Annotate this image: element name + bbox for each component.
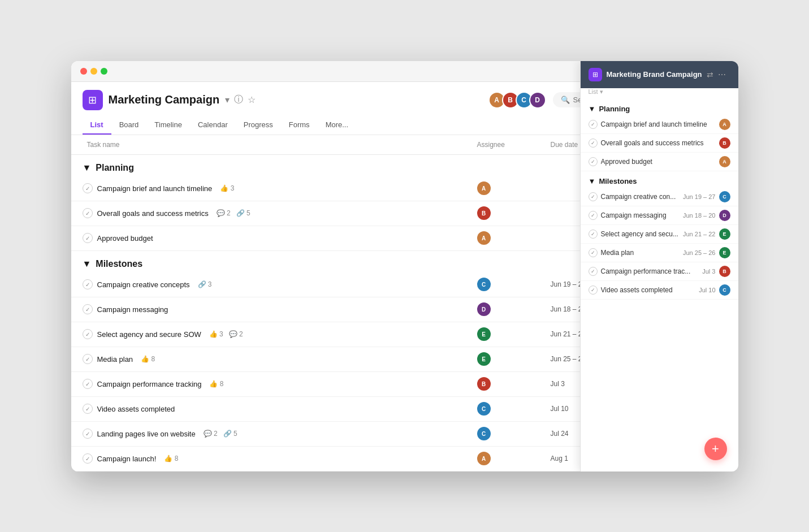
list-item: ✓ Campaign messaging Jun 18 – 20 D xyxy=(581,206,738,225)
panel-milestones-arrow: ▼ xyxy=(589,177,596,185)
panel-assignee-avatar: E xyxy=(719,228,730,240)
task-check-icon[interactable]: ✓ xyxy=(83,379,93,389)
panel-title: Marketing Brand Campaign xyxy=(607,70,702,79)
tab-progress[interactable]: Progress xyxy=(236,116,281,135)
panel-milestones-title: Milestones xyxy=(599,177,637,185)
panel-section-milestones[interactable]: ▼ Milestones xyxy=(581,171,738,188)
task-check-icon[interactable]: ✓ xyxy=(83,208,93,218)
panel-task-name: Campaign brief and launch timeline xyxy=(601,120,716,128)
panel-title-group: Marketing Brand Campaign xyxy=(607,70,702,79)
tab-timeline[interactable]: Timeline xyxy=(146,116,190,135)
task-name: Landing pages live on website xyxy=(97,430,196,438)
maximize-btn[interactable] xyxy=(101,68,107,75)
planning-collapse-icon: ▼ xyxy=(83,163,92,173)
tab-calendar[interactable]: Calendar xyxy=(190,116,236,135)
panel-settings-icon[interactable]: ⇄ xyxy=(707,70,713,79)
task-meta: 👍 8 xyxy=(164,455,178,462)
task-check-icon[interactable]: ✓ xyxy=(83,329,93,339)
meta-likes: 👍 8 xyxy=(209,380,223,388)
task-check-icon[interactable]: ✓ xyxy=(83,304,93,314)
task-name-cell: ✓ Overall goals and success metrics 💬 2 … xyxy=(83,205,473,222)
panel-task-date: Jul 10 xyxy=(699,287,715,293)
panel-task-date: Jun 25 – 26 xyxy=(683,249,716,256)
task-name: Campaign brief and launch timeline xyxy=(97,184,213,193)
task-check-icon[interactable]: ✓ xyxy=(83,183,93,193)
milestones-title: Milestones xyxy=(96,259,142,269)
list-item: ✓ Approved budget A xyxy=(581,153,738,171)
task-check-icon[interactable]: ✓ xyxy=(83,404,93,414)
assignee-avatar: B xyxy=(477,206,491,220)
task-check-icon[interactable]: ✓ xyxy=(83,429,93,439)
assignee-avatar: B xyxy=(477,377,491,391)
assignee-cell: A xyxy=(473,178,546,198)
list-item: ✓ Campaign creative con... Jun 19 – 27 C xyxy=(581,188,738,206)
task-check-icon[interactable]: ✓ xyxy=(83,354,93,364)
task-check-icon[interactable]: ✓ xyxy=(83,453,93,464)
side-panel: ⊞ Marketing Brand Campaign ⇄ ⋯ List ▾ ▼ … xyxy=(580,61,738,472)
list-item: ✓ Media plan Jun 25 – 26 E xyxy=(581,244,738,262)
task-meta: 👍 8 xyxy=(209,380,223,388)
info-icon[interactable]: ⓘ xyxy=(234,94,243,106)
panel-task-date: Jun 21 – 22 xyxy=(683,231,716,237)
assignee-cell: B xyxy=(473,203,546,223)
panel-task-name: Video assets completed xyxy=(601,286,696,294)
assignee-avatar: E xyxy=(477,352,491,366)
list-item: ✓ Campaign performance trac... Jul 3 B xyxy=(581,262,738,281)
panel-section-planning[interactable]: ▼ Planning xyxy=(581,99,738,115)
task-meta: 👍 3 xyxy=(220,184,234,192)
panel-task-name: Media plan xyxy=(601,249,680,257)
meta-links: 🔗 3 xyxy=(198,280,212,288)
assignee-cell: C xyxy=(473,423,546,444)
minimize-btn[interactable] xyxy=(90,68,97,75)
tab-board[interactable]: Board xyxy=(111,116,147,135)
panel-check-icon: ✓ xyxy=(589,157,598,166)
panel-header-icons: ⇄ ⋯ xyxy=(707,70,726,79)
panel-task-name: Overall goals and success metrics xyxy=(601,139,716,147)
star-icon[interactable]: ☆ xyxy=(248,94,256,105)
panel-check-icon: ✓ xyxy=(589,230,598,239)
panel-more-icon[interactable]: ⋯ xyxy=(718,70,726,79)
task-meta: 👍 8 xyxy=(141,355,155,363)
panel-check-icon: ✓ xyxy=(589,211,598,220)
task-name: Select agency and secure SOW xyxy=(97,330,201,339)
task-name-cell: ✓ Campaign launch! 👍 8 xyxy=(83,450,473,467)
task-meta: 👍 3 💬 2 xyxy=(209,330,243,338)
panel-assignee-avatar: D xyxy=(719,210,730,221)
task-name: Media plan xyxy=(97,355,133,364)
task-meta: 💬 2 🔗 5 xyxy=(217,209,250,217)
tab-list[interactable]: List xyxy=(83,116,111,135)
header-icons: ▾ ⓘ ☆ xyxy=(225,94,256,106)
dropdown-arrow-icon[interactable]: ▾ xyxy=(225,94,230,105)
tab-more[interactable]: More... xyxy=(318,116,356,135)
panel-task-name: Campaign creative con... xyxy=(601,193,680,201)
list-label-text: List ▾ xyxy=(589,88,603,96)
task-check-icon[interactable]: ✓ xyxy=(83,279,93,289)
task-name-cell: ✓ Campaign performance tracking 👍 8 xyxy=(83,375,473,392)
panel-assignee-avatar: A xyxy=(719,119,730,130)
close-btn[interactable] xyxy=(80,68,87,75)
task-name: Overall goals and success metrics xyxy=(97,209,209,218)
planning-title: Planning xyxy=(96,163,134,173)
assignee-avatar: C xyxy=(477,427,491,440)
tab-forms[interactable]: Forms xyxy=(281,116,318,135)
list-item: ✓ Video assets completed Jul 10 C xyxy=(581,281,738,300)
task-meta: 🔗 3 xyxy=(198,280,212,288)
list-item: ✓ Select agency and secu... Jun 21 – 22 … xyxy=(581,225,738,244)
assignee-cell: E xyxy=(473,324,546,344)
avatar: D xyxy=(529,92,546,109)
project-title: Marketing Campaign xyxy=(109,93,220,106)
assignee-avatar: D xyxy=(477,302,491,316)
panel-task-date: Jun 18 – 20 xyxy=(683,212,716,219)
panel-assignee-avatar: E xyxy=(719,247,730,258)
panel-task-name: Select agency and secu... xyxy=(601,230,680,238)
meta-likes: 👍 3 xyxy=(220,184,234,192)
meta-comments: 💬 2 xyxy=(229,330,243,338)
meta-comments: 💬 2 xyxy=(217,209,231,217)
panel-add-button[interactable]: + xyxy=(704,438,727,460)
task-name-cell: ✓ Select agency and secure SOW 👍 3 💬 2 xyxy=(83,326,473,343)
panel-planning-arrow: ▼ xyxy=(589,105,596,113)
meta-likes: 👍 8 xyxy=(141,355,155,363)
task-name-cell: ✓ Campaign creative concepts 🔗 3 xyxy=(83,276,473,293)
milestones-collapse-icon: ▼ xyxy=(83,259,92,269)
task-check-icon[interactable]: ✓ xyxy=(83,233,93,243)
